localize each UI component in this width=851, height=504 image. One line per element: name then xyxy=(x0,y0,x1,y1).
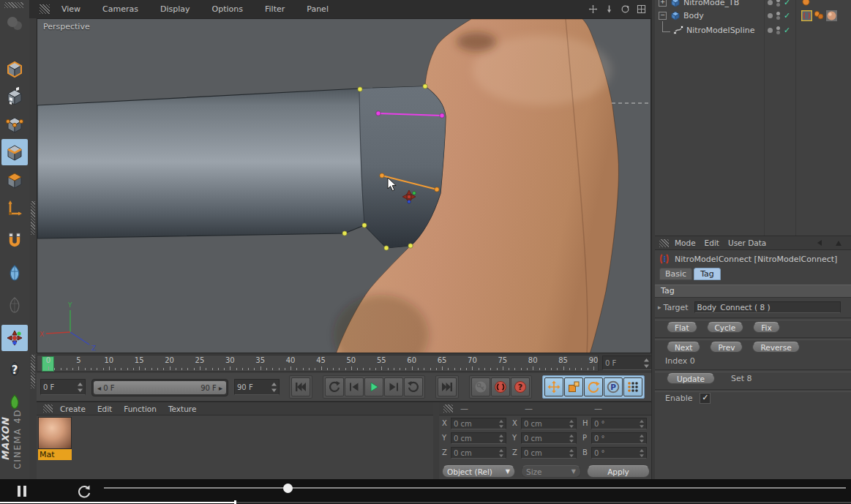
tab-tag[interactable]: Tag xyxy=(694,268,721,280)
current-frame-field[interactable]: 0 F xyxy=(40,379,86,395)
material-menu-edit[interactable]: Edit xyxy=(97,405,112,413)
prev-button[interactable]: Prev xyxy=(710,342,743,353)
apply-button[interactable]: Apply xyxy=(587,465,650,478)
viewport[interactable]: Y X Z Perspective xyxy=(37,18,651,353)
object-name[interactable]: NitroMode_TB xyxy=(683,0,739,7)
spinner-icon[interactable] xyxy=(271,383,277,392)
rotate-icon[interactable] xyxy=(584,377,603,396)
seek-knob[interactable] xyxy=(283,484,293,493)
object-row-body[interactable]: −Body ✓ xyxy=(655,9,851,22)
material-menu-create[interactable]: Create xyxy=(60,405,86,413)
texture-mode-icon[interactable] xyxy=(1,83,28,110)
enabled-check-icon[interactable]: ✓ xyxy=(784,26,790,35)
left-splitter[interactable] xyxy=(29,18,37,479)
spinner-icon[interactable] xyxy=(78,383,83,392)
attribute-grip[interactable] xyxy=(659,239,669,247)
history-icon[interactable] xyxy=(1,10,28,37)
coord-field-0-1[interactable]: 0 cm xyxy=(451,432,506,444)
pan-view-icon[interactable] xyxy=(588,4,598,14)
reverse-button[interactable]: Reverse xyxy=(752,342,799,353)
autokey-icon[interactable] xyxy=(491,377,510,396)
fix-button[interactable]: Fix xyxy=(753,322,779,333)
material-item[interactable]: Mat xyxy=(38,417,72,461)
material-ball-tag-icon[interactable] xyxy=(826,10,837,21)
menu-item-filter[interactable]: Filter xyxy=(259,3,290,15)
play-loop-icon[interactable] xyxy=(404,377,423,396)
coord-mode-dropdown[interactable]: Object (Rel)▼ xyxy=(442,465,515,478)
menu-item-view[interactable]: View xyxy=(56,3,86,15)
menu-item-cameras[interactable]: Cameras xyxy=(97,3,144,15)
material-menu-texture[interactable]: Texture xyxy=(168,405,196,413)
coordinates-grip[interactable] xyxy=(443,405,453,413)
material-preview[interactable] xyxy=(38,417,72,449)
coord-field-0-2[interactable]: 0 cm xyxy=(451,447,506,459)
mini-progress-track[interactable] xyxy=(0,502,851,503)
timeline-ruler[interactable]: 051015202530354045505560657075808590 xyxy=(37,355,599,372)
snap-icon[interactable] xyxy=(1,228,28,255)
coord-field-0-0[interactable]: 0 cm xyxy=(451,418,506,429)
enable-axis-icon[interactable] xyxy=(1,325,28,351)
play-icon[interactable] xyxy=(364,377,383,396)
layer-dot-icon[interactable] xyxy=(768,28,773,33)
menu-item-options[interactable]: Options xyxy=(206,3,249,15)
replay-icon[interactable] xyxy=(76,484,92,500)
end-frame-field[interactable]: 90 F xyxy=(234,379,280,395)
dot-grid-icon[interactable] xyxy=(623,377,642,396)
enable-checkbox[interactable]: ✓ xyxy=(700,393,711,404)
coord-field-1-2[interactable]: 0 cm xyxy=(521,447,577,459)
visibility-dots-icon[interactable] xyxy=(776,26,780,34)
orange-pair-tag-icon[interactable] xyxy=(814,10,824,20)
material-grip[interactable] xyxy=(43,405,53,413)
move-icon[interactable] xyxy=(544,377,563,396)
flat-button[interactable]: Flat xyxy=(667,322,697,333)
record-key-icon[interactable] xyxy=(471,377,490,396)
skip-end-icon[interactable] xyxy=(438,377,457,396)
toggle-view-icon[interactable] xyxy=(637,4,646,14)
play-reverse-icon[interactable] xyxy=(325,377,344,396)
orange-ball-tag-icon[interactable] xyxy=(801,0,811,7)
viewport-canvas[interactable]: Y X Z xyxy=(37,19,651,353)
help-icon[interactable]: ? xyxy=(1,357,28,383)
toolbar-grip[interactable] xyxy=(4,2,23,8)
enabled-check-icon[interactable]: ✓ xyxy=(784,11,790,20)
mm-coord-splitter[interactable] xyxy=(433,402,439,480)
coord-field-1-0[interactable]: 0 cm xyxy=(521,418,577,429)
question-icon[interactable]: ? xyxy=(511,377,530,396)
menu-item-display[interactable]: Display xyxy=(154,3,196,15)
menu-item-panel[interactable]: Panel xyxy=(301,3,334,15)
object-name[interactable]: NitroModelSpline xyxy=(686,26,754,35)
coord-field-1-1[interactable]: 0 cm xyxy=(521,432,577,444)
expand-arrow-icon[interactable]: ▸ xyxy=(658,304,661,311)
step-forward-icon[interactable] xyxy=(384,377,403,396)
update-button[interactable]: Update xyxy=(667,373,715,384)
am-menu-mode[interactable]: Mode xyxy=(675,238,696,247)
am-menu-edit[interactable]: Edit xyxy=(705,238,719,247)
next-button[interactable]: Next xyxy=(667,342,700,353)
pause-button[interactable] xyxy=(18,486,26,497)
layer-dot-icon[interactable] xyxy=(768,0,773,5)
scale-icon[interactable] xyxy=(564,377,583,396)
object-name[interactable]: Body xyxy=(683,11,704,20)
am-section-bar[interactable]: Tag xyxy=(655,285,851,298)
coord-field-2-0[interactable]: 0 ° xyxy=(591,418,647,429)
viewport-label[interactable]: Perspective xyxy=(43,22,90,31)
spinner-icon[interactable] xyxy=(644,358,649,368)
expander-icon[interactable]: − xyxy=(659,12,667,20)
frame-range-slider[interactable]: ◂ 0 F 90 F ▸ xyxy=(91,379,228,396)
rotate-view-icon[interactable] xyxy=(621,4,630,14)
axis-mode-icon[interactable] xyxy=(1,196,28,222)
visibility-dots-icon[interactable] xyxy=(776,12,780,20)
connect-tag-selected-tag-icon[interactable] xyxy=(801,10,812,21)
menu-grip[interactable] xyxy=(40,4,50,14)
object-manager[interactable]: +NitroMode_TB ✓−Body ✓NitroModelSpline ✓ xyxy=(655,0,851,236)
tab-basic[interactable]: Basic xyxy=(659,268,692,280)
edges-mode-icon[interactable] xyxy=(1,139,28,165)
visibility-dots-icon[interactable] xyxy=(776,0,780,7)
zoom-view-icon[interactable] xyxy=(604,4,614,14)
polygons-mode-icon[interactable] xyxy=(1,167,28,193)
seek-track[interactable] xyxy=(104,487,846,489)
material-menu-function[interactable]: Function xyxy=(124,405,157,413)
skip-start-icon[interactable] xyxy=(291,377,310,396)
nav-up-icon[interactable] xyxy=(835,239,842,247)
points-mode-icon[interactable] xyxy=(1,111,28,138)
